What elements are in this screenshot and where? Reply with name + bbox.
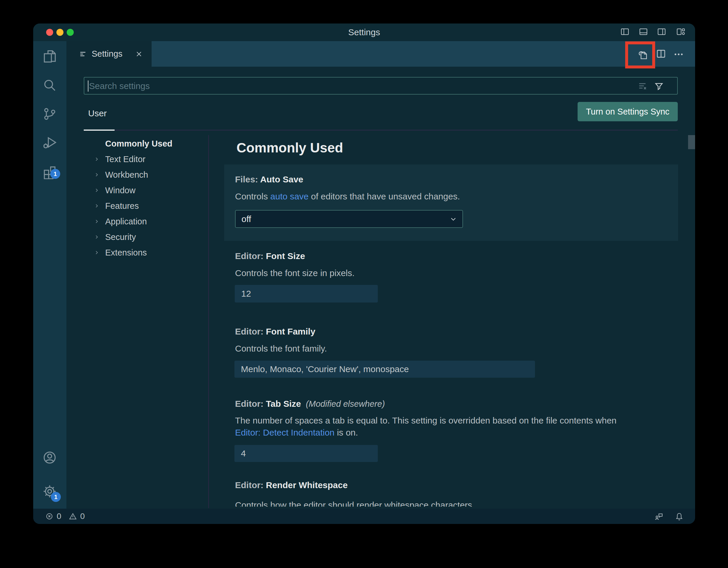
setting-name: Tab Size — [266, 399, 301, 408]
description-text: of editors that have unsaved changes. — [308, 192, 460, 201]
error-icon[interactable] — [45, 512, 54, 521]
toc-item-application[interactable]: Application — [105, 217, 147, 227]
setting-name: Font Size — [266, 251, 305, 261]
warning-count[interactable]: 0 — [80, 512, 85, 521]
modified-elsewhere-note: (Modified elsewhere) — [306, 399, 385, 408]
status-bar — [33, 509, 695, 524]
toc-separator — [208, 135, 209, 508]
customize-layout-icon[interactable] — [676, 27, 686, 37]
tab-bar — [66, 41, 695, 67]
setting-description: Editor: Detect Indentation is on. — [235, 428, 358, 438]
setting-name: Font Family — [266, 326, 315, 336]
tab-size-input[interactable] — [234, 445, 378, 462]
feedback-icon[interactable] — [654, 511, 664, 521]
chevron-down-icon — [449, 215, 458, 224]
turn-on-settings-sync-button[interactable]: Turn on Settings Sync — [578, 102, 678, 121]
setting-category: Files: — [235, 175, 260, 184]
filter-icon[interactable] — [654, 81, 664, 92]
setting-category: Editor: — [235, 399, 266, 408]
toc-item-features[interactable]: Features — [105, 201, 139, 211]
toc-item-text-editor[interactable]: Text Editor — [105, 155, 145, 164]
font-size-input[interactable] — [235, 285, 378, 302]
chevron-right-icon[interactable] — [93, 156, 100, 163]
toc-item-security[interactable]: Security — [105, 232, 136, 242]
setting-description: Controls the font size in pixels. — [235, 268, 355, 278]
toc-item-commonly-used[interactable]: Commonly Used — [105, 139, 172, 149]
setting-description: Controls the font family. — [235, 343, 327, 353]
scrollbar-thumb[interactable] — [688, 135, 695, 149]
setting-description: Controls auto save of editors that have … — [235, 192, 460, 202]
toggle-secondary-sidebar-icon[interactable] — [657, 27, 667, 37]
scope-divider — [115, 130, 678, 130]
settings-search-box — [84, 77, 678, 95]
clear-search-icon[interactable] — [637, 81, 649, 92]
auto-save-select[interactable]: off — [235, 210, 463, 228]
chevron-right-icon[interactable] — [93, 203, 100, 209]
setting-name: Render Whitespace — [266, 480, 348, 490]
toc-item-window[interactable]: Window — [105, 186, 135, 195]
account-icon[interactable] — [42, 450, 58, 465]
setting-category: Editor: — [235, 480, 266, 490]
toc-item-extensions[interactable]: Extensions — [105, 248, 147, 258]
description-text: Controls — [235, 192, 270, 201]
setting-description: The number of spaces a tab is equal to. … — [235, 415, 617, 425]
window-title: Settings — [33, 27, 695, 37]
settings-badge: 1 — [51, 492, 61, 502]
run-debug-icon[interactable] — [42, 135, 58, 151]
setting-label-files-auto-save: Files: Auto Save — [235, 175, 303, 185]
chevron-right-icon[interactable] — [93, 172, 100, 178]
search-icon[interactable] — [42, 77, 58, 93]
font-family-input[interactable] — [234, 361, 535, 378]
chevron-right-icon[interactable] — [93, 234, 100, 240]
setting-label-font-family: Editor: Font Family — [235, 326, 315, 336]
vscode-window: Settings Settings — [33, 24, 695, 524]
tab-label: Settings — [92, 49, 123, 59]
tab-user-scope[interactable]: User — [88, 108, 107, 118]
setting-name: Auto Save — [260, 175, 303, 184]
clipped-description: Controls how the editor should render wh… — [235, 501, 682, 507]
toggle-primary-sidebar-icon[interactable] — [620, 27, 630, 37]
chevron-right-icon[interactable] — [93, 218, 100, 225]
select-value: off — [241, 214, 251, 224]
page-title: Commonly Used — [236, 140, 343, 156]
chevron-right-icon[interactable] — [93, 249, 100, 256]
setting-category: Editor: — [235, 326, 266, 336]
description-text: is on. — [335, 428, 358, 437]
explorer-icon[interactable] — [42, 48, 58, 64]
setting-label-font-size: Editor: Font Size — [235, 251, 305, 261]
source-control-icon[interactable] — [42, 106, 58, 122]
close-tab-icon[interactable] — [135, 50, 143, 58]
split-editor-icon[interactable] — [655, 48, 667, 59]
warning-icon[interactable] — [68, 512, 77, 521]
detect-indentation-link[interactable]: Editor: Detect Indentation — [235, 428, 335, 437]
bell-icon[interactable] — [674, 511, 684, 521]
search-input[interactable] — [88, 79, 636, 93]
active-scope-underline — [84, 130, 115, 131]
toggle-panel-icon[interactable] — [638, 27, 648, 37]
chevron-right-icon[interactable] — [93, 187, 100, 194]
extensions-badge: 1 — [50, 169, 60, 179]
auto-save-link[interactable]: auto save — [270, 192, 308, 201]
more-actions-icon[interactable] — [673, 48, 685, 60]
setting-label-tab-size: Editor: Tab Size (Modified elsewhere) — [235, 399, 385, 409]
settings-editor-icon — [78, 49, 88, 59]
description-text: Controls how the editor should render wh… — [235, 501, 682, 507]
error-count[interactable]: 0 — [57, 512, 61, 521]
setting-label-render-whitespace: Editor: Render Whitespace — [235, 480, 348, 490]
toc-item-workbench[interactable]: Workbench — [105, 170, 148, 180]
annotation-highlight-box — [625, 41, 655, 68]
setting-category: Editor: — [235, 251, 266, 261]
tab-settings[interactable]: Settings — [66, 41, 152, 67]
